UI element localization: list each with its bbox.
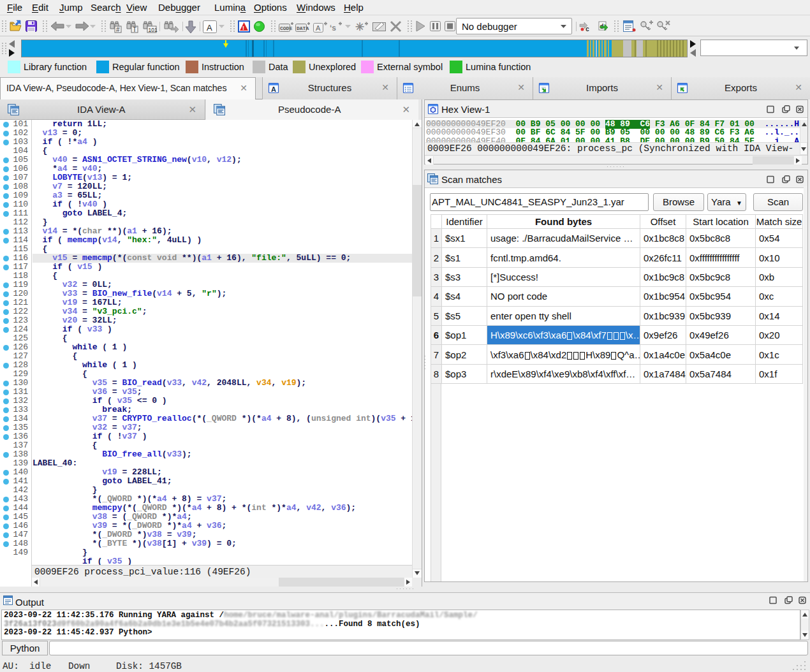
svg-text:!: ! [242, 25, 244, 31]
svg-text:c: c [585, 26, 589, 33]
svg-text:CODE: CODE [280, 26, 292, 31]
svg-text:101: 101 [149, 27, 158, 33]
svg-text:✳: ✳ [355, 21, 364, 33]
svg-text:T: T [133, 26, 136, 33]
svg-text:#: # [116, 26, 120, 33]
svg-text:‘s: ‘s [330, 24, 336, 33]
svg-text:A: A [207, 23, 212, 33]
svg-text:DATA: DATA [297, 26, 309, 31]
svg-text:A: A [316, 24, 321, 32]
